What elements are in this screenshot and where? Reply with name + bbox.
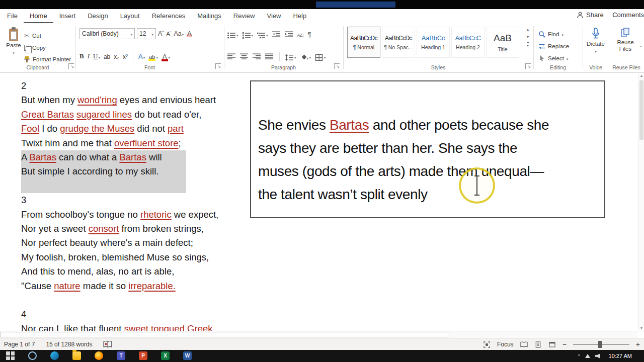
tab-review[interactable]: Review	[227, 9, 261, 23]
multilevel-list-button[interactable]	[257, 30, 268, 39]
collapse-ribbon-button[interactable]: ˆ	[640, 45, 641, 50]
superscript-button[interactable]	[123, 53, 128, 60]
zoom-slider[interactable]	[573, 344, 629, 345]
subscript-button[interactable]	[114, 53, 119, 60]
decrease-indent-button[interactable]	[272, 31, 281, 38]
font-color-button[interactable]	[162, 53, 170, 60]
font-dialog-launcher[interactable]: ↘	[215, 63, 221, 69]
search-icon[interactable]	[28, 351, 37, 360]
teams-icon[interactable]	[117, 351, 125, 360]
share-button[interactable]: Share	[577, 11, 604, 19]
tab-design[interactable]: Design	[82, 9, 114, 23]
paste-button[interactable]: Paste	[4, 27, 23, 62]
zoom-out-button[interactable]: −	[562, 341, 567, 348]
select-button[interactable]: Select	[538, 53, 568, 63]
format-painter-button[interactable]: Format Painter	[23, 54, 72, 64]
style-no-spac[interactable]: AaBbCcDc¶ No Spac...	[382, 27, 415, 58]
dropdown-icon	[143, 53, 145, 60]
word-count-status[interactable]: 15 of 1288 words	[46, 341, 92, 348]
zoom-in-button[interactable]: +	[636, 341, 640, 348]
focus-mode-button[interactable]: Focus	[497, 341, 514, 348]
volume-icon[interactable]	[595, 354, 600, 358]
web-layout-button[interactable]	[548, 341, 556, 348]
vertical-scroll-thumb[interactable]	[639, 80, 643, 140]
styles-scroll-down-button[interactable]: ▾	[527, 35, 529, 39]
page-number-status[interactable]: Page 1 of 7	[4, 341, 35, 348]
font-size-combo[interactable]: 12	[137, 28, 156, 39]
grow-font-button[interactable]	[158, 30, 164, 37]
clipboard-dialog-launcher[interactable]: ↘	[68, 63, 74, 69]
shrink-font-button[interactable]	[167, 30, 171, 37]
borders-button[interactable]	[315, 52, 326, 61]
change-case-button[interactable]	[174, 30, 184, 37]
shading-button[interactable]	[300, 52, 311, 61]
style-normal[interactable]: AaBbCcDc¶ Normal	[347, 27, 380, 58]
tab-home[interactable]: Home	[24, 9, 53, 23]
voice-group-label: Voice	[583, 64, 609, 70]
line-spacing-button[interactable]	[285, 52, 296, 61]
style-title[interactable]: AaBTitle	[486, 27, 519, 58]
styles-scroll-up-button[interactable]: ▴	[527, 27, 529, 32]
annotation-textbox[interactable]: She envies Bartas and other poets becaus…	[250, 80, 605, 218]
excel-icon[interactable]	[161, 351, 170, 360]
bullet-list-button[interactable]	[227, 30, 238, 39]
cut-button[interactable]: Cut	[23, 31, 42, 41]
sort-button[interactable]	[297, 30, 304, 39]
text-effects-button[interactable]	[138, 53, 145, 60]
tab-file[interactable]: File	[1, 9, 24, 23]
start-icon[interactable]	[6, 351, 15, 360]
tray-chevron-icon[interactable]: ^	[578, 353, 580, 358]
file-explorer-icon[interactable]	[72, 351, 81, 360]
align-center-button[interactable]	[240, 53, 249, 60]
style-heading-1[interactable]: AaBbCcHeading 1	[417, 27, 450, 58]
reuse-files-button[interactable]: Reuse Files	[611, 28, 640, 52]
strikethrough-button[interactable]	[104, 53, 110, 60]
tab-insert[interactable]: Insert	[53, 9, 82, 23]
tab-layout[interactable]: Layout	[114, 9, 146, 23]
edge-icon[interactable]	[50, 351, 59, 360]
styles-dialog-launcher[interactable]: ↘	[525, 63, 531, 69]
proofing-errors-icon[interactable]	[103, 341, 112, 348]
horizontal-scroll-thumb[interactable]	[0, 332, 449, 337]
tab-help[interactable]: Help	[287, 9, 312, 23]
word-icon[interactable]	[183, 351, 192, 360]
scroll-up-icon[interactable]: ▲	[638, 74, 644, 77]
system-tray[interactable]: ^	[578, 350, 600, 362]
tab-mailings[interactable]: Mailings	[191, 9, 227, 23]
strikethrough-icon	[104, 53, 110, 60]
find-button[interactable]: Find	[538, 29, 564, 39]
show-paragraph-marks-button[interactable]	[308, 30, 311, 39]
align-left-button[interactable]	[227, 53, 236, 60]
style-heading-2[interactable]: AaBbCcCHeading 2	[451, 27, 485, 58]
horizontal-scrollbar[interactable]	[0, 331, 638, 338]
network-icon[interactable]	[585, 354, 590, 358]
paragraph-dialog-launcher[interactable]: ↘	[334, 63, 340, 69]
replace-button[interactable]: Replace	[538, 41, 569, 51]
read-mode-button[interactable]	[520, 341, 528, 348]
clock[interactable]: 10:27 AM	[609, 350, 632, 362]
focus-mode-icon[interactable]	[483, 341, 491, 348]
vertical-scrollbar[interactable]: ▲ ▼	[638, 73, 644, 331]
copy-button[interactable]: Copy	[23, 43, 47, 53]
tab-references[interactable]: References	[146, 9, 191, 23]
text-highlight-button[interactable]	[148, 53, 158, 60]
comments-button[interactable]: Comments	[610, 11, 644, 19]
document-canvas[interactable]: 2But when my wond'ring eyes and envious …	[0, 73, 638, 331]
print-layout-button[interactable]	[534, 341, 542, 348]
dictate-button[interactable]: Dictate	[583, 28, 609, 54]
firefox-icon[interactable]	[95, 351, 103, 360]
justify-button[interactable]	[265, 53, 274, 60]
clear-formatting-button[interactable]	[187, 30, 192, 37]
powerpoint-icon[interactable]	[139, 351, 147, 360]
styles-more-button[interactable]: ▾	[527, 42, 529, 48]
zoom-slider-thumb[interactable]	[598, 341, 602, 348]
numbered-list-button[interactable]	[243, 30, 254, 39]
align-right-button[interactable]	[253, 53, 261, 60]
scroll-down-icon[interactable]: ▼	[638, 326, 644, 330]
font-name-combo[interactable]: Calibri (Body)	[79, 28, 135, 39]
bold-button[interactable]	[79, 52, 84, 60]
increase-indent-button[interactable]	[285, 31, 293, 38]
italic-button[interactable]	[88, 52, 90, 60]
underline-button[interactable]	[93, 52, 100, 60]
tab-view[interactable]: View	[261, 9, 287, 23]
